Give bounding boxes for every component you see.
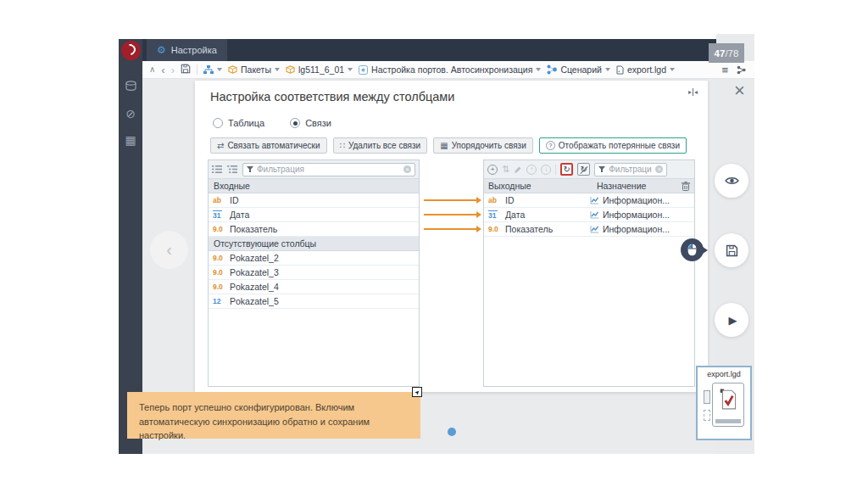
close-icon[interactable]: × (734, 81, 745, 100)
arrange-icon: ▦ (440, 142, 448, 150)
radio-table-label: Таблица (228, 118, 264, 128)
node-thumbnail-panel[interactable]: export.lgd (696, 366, 752, 440)
breadcrumb-package-name[interactable]: lg511_6_01 (286, 64, 353, 75)
chevron-down-icon (670, 68, 675, 71)
table-row[interactable]: 9.0 Pokazatel_2 (209, 251, 419, 266)
chevron-down-icon (348, 68, 353, 71)
slide-counter-badge: 47/78 (709, 43, 744, 63)
loginom-logo (121, 41, 141, 60)
purpose-header: Назначение (597, 181, 682, 191)
save-icon[interactable] (181, 64, 191, 76)
sync-on-icon[interactable]: ↻ (560, 163, 573, 176)
breadcrumb-module[interactable]: Настройка портов. Автосинхронизация (359, 64, 541, 75)
save-button[interactable] (715, 233, 748, 267)
column-mapping-dialog: Настройка соответствия между столбцами ▸… (195, 81, 708, 392)
divider (197, 64, 198, 75)
breadcrumb-root[interactable] (203, 65, 222, 74)
arrange-links-button[interactable]: ▦ Упорядочить связи (433, 137, 533, 154)
input-port (704, 390, 710, 404)
column-type-icon: 31 (488, 210, 498, 220)
inputs-panel: × Входные ab ID 31 Дата 9.0 Показатель О… (208, 160, 420, 387)
page-indicator-dot[interactable] (448, 428, 456, 436)
column-type-icon: 9.0 (213, 283, 225, 291)
breadcrumb-node[interactable]: export.lgd (616, 64, 675, 75)
blocked-icon[interactable]: ⊘ (125, 108, 136, 120)
clear-filter-icon[interactable]: × (403, 165, 411, 173)
collapse-panels-icon[interactable]: ▸◂ (688, 88, 698, 96)
table-row[interactable]: 12 Pokazatel_5 (209, 294, 419, 309)
chevron-down-icon (275, 68, 280, 71)
inputs-filter-input[interactable] (257, 165, 400, 174)
slide-total: /78 (725, 48, 738, 59)
scenario-icon (547, 64, 557, 75)
packages-icon[interactable] (125, 81, 137, 93)
breadcrumb-toolbar: ∧ ‹ › Пакеты lg511_6_01 Настройка портов… (142, 61, 754, 79)
tab-settings[interactable]: ⚙ Настройка (147, 39, 227, 61)
nav-forward-icon[interactable]: › (171, 64, 175, 76)
components-icon[interactable]: ▦ (125, 134, 136, 146)
share-icon[interactable] (737, 65, 746, 75)
trash-icon[interactable] (682, 182, 690, 191)
table-row[interactable]: 31 Дата (209, 208, 419, 222)
export-node (712, 383, 744, 427)
collapse-list-icon[interactable] (212, 165, 223, 174)
tutorial-tooltip: Теперь порт успешно сконфигурирован. Вкл… (127, 392, 420, 439)
button-label: Отображать потерянные связи (559, 141, 680, 150)
chart-icon (590, 196, 599, 204)
column-name: Дата (230, 210, 249, 220)
component-icon (359, 65, 368, 75)
radio-table[interactable]: Таблица (213, 118, 264, 128)
pair-link-icon[interactable]: ⇅ (502, 165, 509, 174)
table-row[interactable]: 9.0 Pokazatel_4 (209, 280, 419, 294)
sync-off-icon[interactable]: ↻ (577, 163, 590, 176)
chevron-down-icon (605, 68, 610, 71)
menu-icon[interactable]: ≡ (721, 64, 728, 76)
radio-links-label: Связи (305, 118, 331, 128)
breadcrumb-label: Настройка портов. Автосинхронизация (371, 64, 532, 75)
input-port-dashed (704, 410, 710, 421)
table-row[interactable]: 9.0 Показатель (209, 222, 419, 237)
column-type-icon: 31 (213, 210, 222, 220)
move-up-icon[interactable]: ↑ (526, 165, 537, 175)
table-row[interactable]: 31 Дата Информацион... (484, 208, 694, 222)
inputs-header: Входные (209, 179, 419, 193)
move-down-icon[interactable]: ↓ (541, 165, 551, 175)
preview-button[interactable] (715, 164, 748, 198)
expand-list-icon[interactable] (227, 165, 238, 174)
column-name: Pokazatel_3 (230, 267, 279, 277)
auto-link-button[interactable]: ⇄ Связать автоматически (210, 137, 327, 154)
funnel-icon (247, 166, 253, 173)
hierarchy-icon (203, 65, 214, 74)
nav-back-icon[interactable]: ‹ (161, 64, 164, 76)
button-label: Упорядочить связи (452, 141, 526, 150)
tab-label: Настройка (171, 45, 217, 55)
edit-icon[interactable] (514, 165, 522, 174)
outputs-filter-input[interactable] (609, 165, 652, 174)
chevron-down-icon (217, 68, 222, 71)
cursor-marker-icon: ➤ (412, 387, 422, 397)
table-row[interactable]: ab ID (209, 193, 419, 208)
button-label: Связать автоматически (227, 141, 320, 150)
radio-links[interactable]: Связи (290, 118, 331, 128)
inputs-panel-toolbar: × (209, 160, 419, 179)
nav-up-icon[interactable]: ∧ (149, 65, 155, 74)
inputs-filter: × (242, 163, 415, 176)
column-name: ID (230, 195, 239, 205)
clear-filter-icon[interactable]: × (655, 165, 663, 173)
add-column-icon[interactable]: + (487, 165, 498, 175)
mapping-panels: × Входные ab ID 31 Дата 9.0 Показатель О… (208, 160, 695, 387)
table-row[interactable]: 9.0 Показатель Информацион... (484, 222, 694, 237)
link-arrow (424, 199, 476, 201)
table-row[interactable]: 9.0 Pokazatel_3 (209, 266, 419, 280)
column-type-icon: 9.0 (213, 255, 225, 262)
prev-slide-button[interactable]: ‹ (150, 231, 188, 269)
play-icon: ▶ (726, 314, 737, 327)
table-row[interactable]: ab ID Информацион... (484, 193, 694, 208)
breadcrumb-scenario[interactable]: Сценарий (547, 64, 610, 75)
outputs-header: Выходные (488, 181, 597, 191)
breadcrumb-packages[interactable]: Пакеты (228, 64, 280, 75)
column-type-icon: 9.0 (488, 226, 501, 233)
remove-all-links-button[interactable]: ∷ Удалить все связи (333, 137, 428, 154)
run-button[interactable]: ▶ (715, 303, 748, 337)
show-lost-links-toggle[interactable]: ? Отображать потерянные связи (539, 137, 687, 154)
